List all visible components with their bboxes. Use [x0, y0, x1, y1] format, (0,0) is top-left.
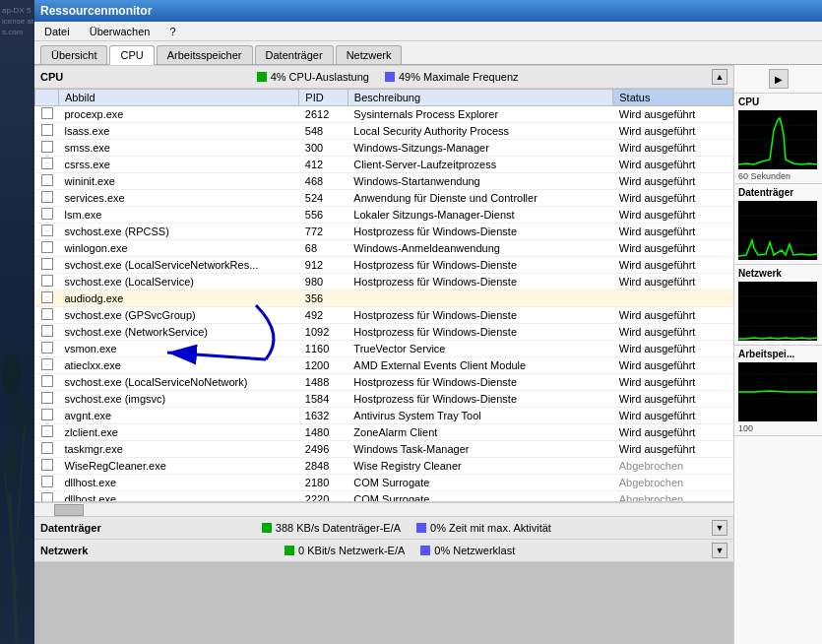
- row-status: Abgebrochen: [613, 458, 733, 475]
- row-checkbox[interactable]: [35, 424, 59, 441]
- datentrager-stat2-label: 0% Zeit mit max. Aktivität: [430, 522, 551, 534]
- row-status: Wird ausgeführt: [613, 140, 733, 157]
- row-pid: 548: [299, 123, 348, 140]
- row-checkbox[interactable]: [35, 190, 59, 207]
- tab-cpu[interactable]: CPU: [109, 45, 154, 65]
- row-beschreibung: Wise Registry Cleaner: [348, 458, 612, 475]
- row-checkbox[interactable]: [35, 106, 59, 123]
- row-beschreibung: Windows-Startanwendung: [348, 173, 612, 190]
- col-status[interactable]: Status: [613, 90, 733, 106]
- table-row: procexp.exe 2612 Sysinternals Process Ex…: [35, 106, 733, 123]
- row-checkbox[interactable]: [35, 207, 59, 224]
- row-pid: 556: [299, 207, 348, 224]
- row-checkbox[interactable]: [35, 224, 59, 240]
- window-title: Ressourcenmonitor: [40, 4, 152, 18]
- cpu-section-stats: 4% CPU-Auslastung 49% Maximale Frequenz: [257, 71, 519, 83]
- datentrager-section[interactable]: Datenträger 388 KB/s Datenträger-E/A 0% …: [34, 517, 733, 540]
- col-beschreibung[interactable]: Beschreibung: [348, 90, 612, 106]
- table-row: avgnt.exe 1632 Antivirus System Tray Too…: [35, 408, 733, 424]
- row-checkbox[interactable]: [35, 458, 59, 475]
- row-checkbox[interactable]: [35, 341, 59, 357]
- row-checkbox[interactable]: [35, 123, 59, 140]
- row-checkbox[interactable]: [35, 374, 59, 391]
- menu-datei[interactable]: Datei: [38, 25, 76, 38]
- row-beschreibung: Hostprozess für Windows-Dienste: [348, 391, 612, 408]
- row-checkbox[interactable]: [35, 140, 59, 157]
- row-abbild: lsass.exe: [59, 123, 299, 140]
- row-status: Wird ausgeführt: [613, 274, 733, 290]
- row-checkbox[interactable]: [35, 391, 59, 408]
- row-status: [613, 290, 733, 307]
- table-row: WiseRegCleaner.exe 2848 Wise Registry Cl…: [35, 458, 733, 475]
- row-status: Wird ausgeführt: [613, 173, 733, 190]
- horizontal-scrollbar[interactable]: [34, 502, 733, 516]
- cpu-section-header[interactable]: CPU 4% CPU-Auslastung 49% Maximale Frequ…: [34, 65, 733, 89]
- row-abbild: winlogon.exe: [59, 240, 299, 257]
- row-abbild: taskmgr.exe: [59, 441, 299, 458]
- netzwerk-stat1-icon: [285, 546, 294, 555]
- tab-netzwerk[interactable]: Netzwerk: [336, 45, 403, 64]
- datentrager-collapse-button[interactable]: ▼: [712, 520, 727, 536]
- tab-datentrager[interactable]: Datenträger: [255, 45, 334, 64]
- row-abbild: svchost.exe (LocalServiceNetworkRes...: [59, 257, 299, 274]
- row-checkbox[interactable]: [35, 491, 59, 503]
- sidebar-expand-button[interactable]: ▶: [769, 69, 789, 89]
- row-pid: 912: [299, 257, 348, 274]
- row-status: Wird ausgeführt: [613, 424, 733, 441]
- table-row: winlogon.exe 68 Windows-Anmeldeanwendung…: [35, 240, 733, 257]
- sidebar-netzwerk-section: Netzwerk: [734, 265, 822, 346]
- row-beschreibung: COM Surrogate: [348, 491, 612, 503]
- col-pid[interactable]: PID: [299, 90, 348, 106]
- row-abbild: procexp.exe: [59, 106, 299, 123]
- row-abbild: services.exe: [59, 190, 299, 207]
- datentrager-stat2: 0% Zeit mit max. Aktivität: [416, 522, 551, 534]
- row-pid: 1632: [299, 408, 348, 424]
- cpu-table-container[interactable]: Abbild PID Beschreibung Status procexp.e…: [34, 89, 733, 502]
- h-scrollbar-thumb[interactable]: [54, 504, 84, 516]
- netzwerk-section[interactable]: Netzwerk 0 KBit/s Netzwerk-E/A 0% Netzwe…: [34, 540, 733, 562]
- tab-ubersicht[interactable]: Übersicht: [40, 45, 107, 64]
- row-checkbox[interactable]: [35, 441, 59, 458]
- row-checkbox[interactable]: [35, 240, 59, 257]
- row-status: Wird ausgeführt: [613, 240, 733, 257]
- row-beschreibung: [348, 290, 612, 307]
- row-checkbox[interactable]: [35, 324, 59, 341]
- tab-bar: Übersicht CPU Arbeitsspeicher Datenträge…: [34, 41, 822, 65]
- row-checkbox[interactable]: [35, 173, 59, 190]
- row-beschreibung: Windows Task-Manager: [348, 441, 612, 458]
- table-row: svchost.exe (LocalService) 980 Hostproze…: [35, 274, 733, 290]
- row-checkbox[interactable]: [35, 290, 59, 307]
- row-pid: 1480: [299, 424, 348, 441]
- row-checkbox[interactable]: [35, 408, 59, 424]
- row-checkbox[interactable]: [35, 274, 59, 290]
- row-checkbox[interactable]: [35, 357, 59, 374]
- row-checkbox[interactable]: [35, 257, 59, 274]
- row-checkbox[interactable]: [35, 157, 59, 173]
- netzwerk-collapse-button[interactable]: ▼: [712, 543, 727, 558]
- row-checkbox[interactable]: [35, 307, 59, 324]
- table-row: svchost.exe (LocalServiceNetworkRes... 9…: [35, 257, 733, 274]
- row-checkbox[interactable]: [35, 475, 59, 491]
- row-beschreibung: ZoneAlarm Client: [348, 424, 612, 441]
- table-row: svchost.exe (imgsvc) 1584 Hostprozess fü…: [35, 391, 733, 408]
- netzwerk-title: Netzwerk: [40, 545, 88, 556]
- cpu-stat1: 4% CPU-Auslastung: [257, 71, 369, 83]
- table-row: services.exe 524 Anwendung für Dienste u…: [35, 190, 733, 207]
- sidebar-cpu-sublabel: 60 Sekunden: [736, 171, 820, 181]
- tab-arbeitsspeicher[interactable]: Arbeitsspeicher: [157, 45, 253, 64]
- menu-uberwachen[interactable]: Überwachen: [84, 25, 157, 38]
- col-abbild[interactable]: Abbild: [59, 90, 299, 106]
- row-beschreibung: Hostprozess für Windows-Dienste: [348, 374, 612, 391]
- row-beschreibung: Sysinternals Process Explorer: [348, 106, 612, 123]
- sidebar-nav-btn-container: ▶: [734, 65, 822, 94]
- row-abbild: WiseRegCleaner.exe: [59, 458, 299, 475]
- table-row: zlclient.exe 1480 ZoneAlarm Client Wird …: [35, 424, 733, 441]
- datentrager-stat1: 388 KB/s Datenträger-E/A: [262, 522, 401, 534]
- row-status: Wird ausgeführt: [613, 341, 733, 357]
- cpu-collapse-button[interactable]: ▲: [712, 69, 727, 85]
- row-pid: 2612: [299, 106, 348, 123]
- table-row: dllhost.exe 2180 COM Surrogate Abgebroch…: [35, 475, 733, 491]
- row-pid: 772: [299, 224, 348, 240]
- menu-help[interactable]: ?: [163, 25, 181, 38]
- row-abbild: svchost.exe (LocalService): [59, 274, 299, 290]
